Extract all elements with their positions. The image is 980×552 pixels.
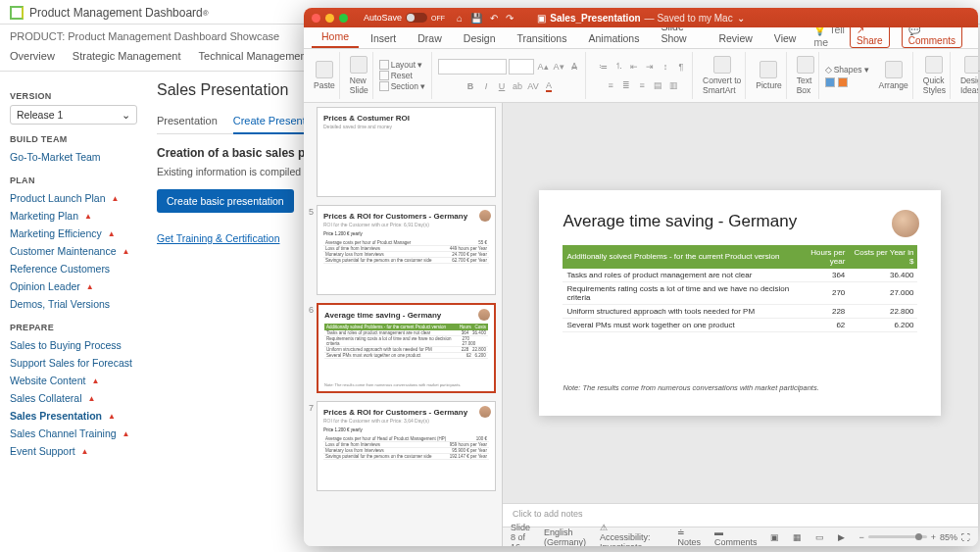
sidebar-item-sales-presentation[interactable]: Sales Presentation — [10, 407, 137, 425]
new-slide-button[interactable]: New Slide — [346, 52, 373, 99]
redo-icon[interactable]: ↷ — [506, 13, 514, 24]
minimize-window-icon[interactable] — [325, 14, 334, 23]
section-button[interactable]: Section ▾ — [379, 81, 425, 91]
ribbon-tab-animations[interactable]: Animations — [578, 28, 649, 48]
increase-font-icon[interactable]: A▴ — [536, 60, 550, 74]
convert-smartart-button[interactable]: Convert to SmartArt — [699, 52, 746, 99]
ribbon-tab-view[interactable]: View — [764, 28, 807, 48]
ribbon-tab-home[interactable]: Home — [312, 26, 359, 48]
sidebar-item-opinion-leader[interactable]: Opinion Leader — [10, 277, 137, 295]
sidebar-item-sales-collateral[interactable]: Sales Collateral — [10, 389, 137, 407]
arrange-button[interactable]: Arrange — [875, 52, 913, 99]
powerpoint-icon: ▣ — [537, 13, 546, 24]
status-bar: Slide 8 of 16 English (Germany) ⚠ Access… — [503, 527, 978, 546]
slide-table: Additionally solved Problems - for the c… — [563, 245, 917, 332]
current-slide[interactable]: Average time saving - Germany Additional… — [539, 190, 941, 417]
main-tab-technical-management[interactable]: Technical Management — [199, 44, 310, 71]
sidebar-item-marketing-plan[interactable]: Marketing Plan — [10, 207, 137, 225]
sidebar-item-sales-channel-training[interactable]: Sales Channel Training — [10, 425, 137, 442]
titlebar: AutoSave OFF ⌂ 💾 ↶ ↷ ▣ Sales_Presentatio… — [304, 8, 978, 27]
textbox-button[interactable]: Text Box — [793, 52, 819, 99]
italic-icon[interactable]: I — [479, 79, 493, 93]
justify-icon[interactable]: ▤ — [651, 78, 664, 92]
sidebar-item-customer-maintenance[interactable]: Customer Maintenance — [10, 242, 137, 260]
sidebar-item-website-content[interactable]: Website Content — [10, 372, 137, 389]
align-center-icon[interactable]: ≣ — [619, 78, 633, 92]
bullets-icon[interactable]: ≔ — [596, 60, 610, 74]
table-row: Uniform structured approach with tools n… — [563, 304, 917, 318]
zoom-level[interactable]: 85% — [940, 532, 957, 542]
ribbon-tab-transitions[interactable]: Transitions — [507, 28, 576, 48]
align-right-icon[interactable]: ≡ — [635, 78, 649, 92]
highlight-icon[interactable]: AV — [526, 79, 540, 93]
sidebar-item-sales-to-buying-process[interactable]: Sales to Buying Process — [10, 336, 137, 354]
version-select[interactable]: Release 1⌄ — [10, 105, 137, 125]
slide-thumbnail[interactable]: Prices & ROI for Customers - GermanyROI … — [317, 205, 496, 295]
indent-right-icon[interactable]: ⇥ — [643, 60, 657, 74]
comments-toggle[interactable]: ▬ Comments — [714, 527, 758, 547]
slide-thumbnail[interactable]: Prices & ROI for Customers - GermanyROI … — [317, 401, 496, 491]
sidebar-item-event-support[interactable]: Event Support — [10, 442, 137, 460]
line-spacing-icon[interactable]: ↕ — [659, 60, 672, 74]
zoom-slider[interactable] — [868, 535, 927, 538]
sorter-view-icon[interactable]: ▦ — [793, 532, 802, 542]
main-tab-overview[interactable]: Overview — [10, 44, 55, 71]
slide-thumbnails[interactable]: Prices & Costumer ROIDetailed saved time… — [304, 103, 503, 546]
reset-button[interactable]: Reset — [379, 71, 425, 80]
sidebar-item-marketing-efficiency[interactable]: Marketing Efficiency — [10, 225, 137, 242]
sidebar-item-demos-trial-versions[interactable]: Demos, Trial Versions — [10, 295, 137, 313]
sidebar-item-reference-customers[interactable]: Reference Customers — [10, 260, 137, 277]
main-tab-strategic-management[interactable]: Strategic Management — [73, 44, 181, 71]
design-ideas-button[interactable]: Design Ideas — [956, 52, 978, 99]
zoom-in-icon[interactable]: + — [931, 532, 936, 542]
notes-pane[interactable]: Click to add notes — [503, 503, 978, 527]
powerpoint-window: AutoSave OFF ⌂ 💾 ↶ ↷ ▣ Sales_Presentatio… — [304, 8, 978, 546]
sidebar-item-go-to-market-team[interactable]: Go-To-Market Team — [10, 148, 137, 166]
columns-icon[interactable]: ▥ — [666, 78, 680, 92]
font-select[interactable] — [438, 59, 507, 75]
notes-toggle[interactable]: ≐ Notes — [677, 527, 701, 547]
accessibility-status[interactable]: ⚠ Accessibility: Investigate — [600, 523, 651, 547]
undo-icon[interactable]: ↶ — [490, 13, 498, 24]
table-row: Requirements rating costs a lot of time … — [563, 281, 917, 304]
subtab-presentation[interactable]: Presentation — [157, 111, 218, 133]
ribbon-tab-design[interactable]: Design — [454, 28, 506, 48]
zoom-out-icon[interactable]: − — [858, 532, 863, 542]
ribbon-tab-review[interactable]: Review — [709, 28, 761, 48]
underline-icon[interactable]: U — [495, 79, 509, 93]
ribbon-tab-draw[interactable]: Draw — [408, 28, 452, 48]
quick-styles-button[interactable]: Quick Styles — [919, 52, 951, 99]
strike-icon[interactable]: ab — [511, 79, 524, 93]
normal-view-icon[interactable]: ▣ — [770, 532, 779, 542]
font-size-select[interactable] — [509, 59, 534, 75]
clear-format-icon[interactable]: A̶ — [567, 60, 581, 74]
indent-left-icon[interactable]: ⇤ — [627, 60, 641, 74]
ribbon-tab-insert[interactable]: Insert — [361, 28, 406, 48]
align-left-icon[interactable]: ≡ — [604, 78, 617, 92]
autosave-toggle[interactable]: AutoSave OFF — [364, 13, 445, 23]
close-window-icon[interactable] — [312, 14, 320, 23]
decrease-font-icon[interactable]: A▾ — [552, 60, 565, 74]
ribbon: Paste New Slide Layout ▾ Reset Section ▾… — [304, 49, 978, 103]
shapes-button[interactable]: ◇ Shapes ▾ — [825, 65, 869, 75]
font-color-icon[interactable]: A — [542, 79, 556, 93]
document-title[interactable]: ▣ Sales_Presentation — Saved to my Mac ⌄ — [537, 13, 744, 24]
layout-button[interactable]: Layout ▾ — [379, 60, 425, 70]
reading-view-icon[interactable]: ▭ — [815, 532, 824, 542]
slide-thumbnail[interactable]: Average time saving - GermanyAdditionall… — [317, 303, 496, 393]
picture-button[interactable]: Picture — [752, 52, 786, 99]
text-direction-icon[interactable]: ¶ — [674, 60, 688, 74]
paste-button[interactable]: Paste — [310, 52, 340, 99]
home-icon[interactable]: ⌂ — [457, 13, 463, 24]
numbering-icon[interactable]: ⒈ — [612, 60, 625, 74]
create-presentation-button[interactable]: Create basic presentation — [157, 189, 294, 213]
fullscreen-window-icon[interactable] — [339, 14, 348, 23]
sidebar-item-support-sales-for-forecast[interactable]: Support Sales for Forecast — [10, 354, 137, 372]
sidebar-item-product-launch-plan[interactable]: Product Launch Plan — [10, 189, 137, 207]
fit-window-icon[interactable]: ⛶ — [961, 532, 970, 542]
slide-thumbnail[interactable]: Prices & Costumer ROIDetailed saved time… — [317, 107, 496, 197]
bold-icon[interactable]: B — [464, 79, 477, 93]
language-status[interactable]: English (Germany) — [544, 527, 586, 547]
save-icon[interactable]: 💾 — [470, 13, 482, 24]
slideshow-view-icon[interactable]: ▶ — [838, 532, 845, 542]
